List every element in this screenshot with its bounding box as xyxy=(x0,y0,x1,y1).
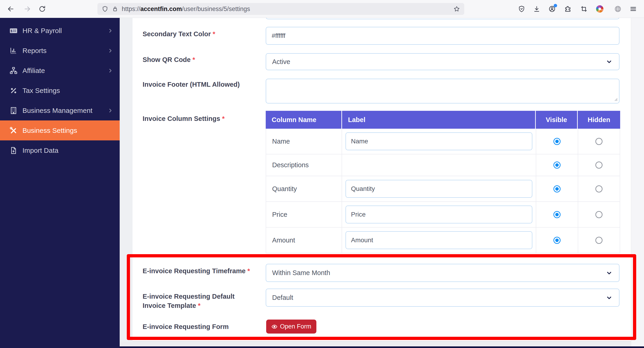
selected-option: Default xyxy=(272,294,293,301)
chevron-right-icon xyxy=(107,28,113,34)
back-arrow-icon xyxy=(7,5,15,13)
hidden-radio[interactable] xyxy=(596,185,602,192)
einvoice-template-label-line1: E-invoice Requesting Default xyxy=(142,292,234,300)
chevron-right-icon xyxy=(107,108,113,114)
svg-text:$: $ xyxy=(10,29,12,33)
url-protocol: https:// xyxy=(122,6,140,13)
lock-icon xyxy=(112,6,118,13)
eye-icon xyxy=(271,323,278,330)
building-icon xyxy=(9,106,18,115)
column-header-visible: Visible xyxy=(536,111,578,129)
file-import-icon xyxy=(9,146,18,155)
extensions-puzzle-icon[interactable] xyxy=(564,5,572,13)
table-cell-label xyxy=(342,154,536,176)
sidebar-item-business-settings[interactable]: Business Settings xyxy=(0,120,120,140)
table-cell-name: Quantity xyxy=(266,176,342,202)
label-input-amount[interactable] xyxy=(346,231,532,249)
sidebar-item-import-data[interactable]: Import Data xyxy=(0,140,120,160)
sidebar-item-tax-settings[interactable]: Tax Settings xyxy=(0,81,120,101)
url-domain: accentfin.com xyxy=(140,6,182,13)
menu-hamburger-icon[interactable] xyxy=(629,5,637,13)
hidden-radio[interactable] xyxy=(596,237,602,244)
invoice-column-settings-label: Invoice Column Settings* xyxy=(142,115,225,123)
table-cell-visible xyxy=(536,154,578,176)
color-wheel-extension-icon[interactable] xyxy=(596,5,604,13)
einvoice-template-select[interactable]: Default xyxy=(266,289,620,307)
scrollbar-track[interactable] xyxy=(631,18,644,346)
table-cell-label xyxy=(342,202,536,228)
visible-radio[interactable] xyxy=(554,211,560,218)
browser-toolbar: https://accentfin.com/user/business/5/se… xyxy=(0,0,644,18)
url-text: https://accentfin.com/user/business/5/se… xyxy=(122,6,450,13)
secondary-text-color-label: Secondary Text Color* xyxy=(142,30,215,38)
einvoice-timeframe-select[interactable]: Within Same Month xyxy=(266,264,620,282)
label-input-quantity[interactable] xyxy=(346,180,532,198)
bar-chart-icon xyxy=(9,46,18,55)
shield-extension-icon[interactable] xyxy=(518,5,526,13)
open-form-label: Open Form xyxy=(280,323,311,330)
open-form-button[interactable]: Open Form xyxy=(266,319,316,333)
forward-button[interactable] xyxy=(23,5,32,13)
network-icon xyxy=(9,66,18,75)
table-cell-hidden xyxy=(578,176,620,202)
percent-icon xyxy=(9,86,18,95)
url-bar[interactable]: https://accentfin.com/user/business/5/se… xyxy=(98,3,464,15)
sidebar: $ HR & Payroll Reports Affiliate Tax Set… xyxy=(0,18,120,348)
label-input-price[interactable] xyxy=(346,206,532,223)
secondary-text-color-input[interactable] xyxy=(266,27,620,45)
chevron-right-icon xyxy=(107,48,113,54)
label-input-name[interactable] xyxy=(346,132,532,150)
downloads-icon[interactable] xyxy=(532,5,541,13)
visible-radio[interactable] xyxy=(554,162,560,169)
column-header-name: Column Name xyxy=(266,111,342,129)
table-cell-hidden xyxy=(578,154,620,176)
url-path: /user/business/5/settings xyxy=(182,6,250,13)
sidebar-item-label: HR & Payroll xyxy=(22,27,107,35)
required-asterisk: * xyxy=(247,267,250,275)
sidebar-item-label: Import Data xyxy=(22,147,120,154)
visible-radio[interactable] xyxy=(554,185,560,192)
table-cell-visible xyxy=(536,202,578,228)
table-cell-name: Name xyxy=(266,129,342,154)
sidebar-item-label: Affiliate xyxy=(22,67,107,75)
einvoice-template-label-line2: Invoice Template* xyxy=(142,301,200,310)
bookmark-star-icon[interactable] xyxy=(453,6,460,13)
column-header-hidden: Hidden xyxy=(578,111,620,129)
table-cell-name: Descriptions xyxy=(266,154,342,176)
table-cell-label xyxy=(342,129,536,154)
chevron-down-icon xyxy=(605,294,613,302)
forward-arrow-icon xyxy=(24,5,31,13)
hidden-radio[interactable] xyxy=(596,211,602,218)
visible-radio[interactable] xyxy=(554,237,560,244)
tracking-shield-icon xyxy=(102,6,108,13)
reload-button[interactable] xyxy=(38,5,46,13)
sidebar-item-label: Reports xyxy=(22,47,107,55)
sidebar-item-affiliate[interactable]: Affiliate xyxy=(0,61,120,81)
table-cell-hidden xyxy=(578,202,620,228)
invoice-footer-textarea[interactable] xyxy=(266,79,620,104)
table-cell-visible xyxy=(536,129,578,154)
screenshot-crop-icon[interactable] xyxy=(580,5,588,13)
sidebar-item-hr-payroll[interactable]: $ HR & Payroll xyxy=(0,21,120,41)
table-cell-visible xyxy=(536,176,578,202)
account-icon[interactable] xyxy=(548,5,556,13)
required-asterisk: * xyxy=(198,302,200,309)
visible-radio[interactable] xyxy=(554,138,560,145)
chevron-right-icon xyxy=(107,68,113,74)
sidebar-item-business-management[interactable]: Business Management xyxy=(0,101,120,120)
invoice-footer-label: Invoice Footer (HTML Allowed) xyxy=(142,80,240,89)
sidebar-item-label: Business Settings xyxy=(22,127,120,134)
column-header-label: Label xyxy=(342,111,536,129)
hidden-radio[interactable] xyxy=(596,162,602,169)
table-cell-visible xyxy=(536,228,578,253)
chevron-down-icon xyxy=(605,269,613,277)
globe-extension-icon[interactable] xyxy=(614,5,622,13)
required-asterisk: * xyxy=(222,115,224,122)
content-gutter xyxy=(120,18,132,341)
sidebar-item-reports[interactable]: Reports xyxy=(0,41,120,61)
show-qr-code-select[interactable]: Active xyxy=(266,53,620,70)
einvoice-form-label: E-invoice Requesting Form xyxy=(142,322,228,331)
back-button[interactable] xyxy=(6,5,15,13)
hidden-radio[interactable] xyxy=(596,138,602,145)
chevron-down-icon xyxy=(605,58,613,66)
